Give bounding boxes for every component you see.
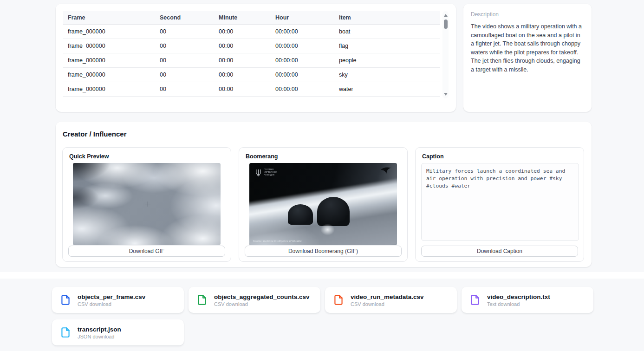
file-card-video-description[interactable]: video_description.txt Text download: [462, 287, 593, 313]
splash-highlight: [320, 224, 335, 235]
file-name: video_description.txt: [487, 293, 550, 300]
file-meta: video_description.txt Text download: [487, 293, 550, 307]
table-row-clipped: frame_000000 00 00:00 00:00:00 finger: [63, 97, 440, 99]
file-icon: [59, 326, 72, 338]
cell-minute: 00:00: [214, 97, 271, 99]
cell-hour: 00:00:00: [271, 82, 334, 97]
source-credit-text: Source: Defence Intelligence of Ukraine: [253, 240, 302, 242]
column-header-item: Item: [334, 11, 440, 25]
cell-second: 00: [155, 25, 214, 39]
file-name: transcript.json: [78, 326, 121, 333]
cell-minute: 00:00: [214, 25, 271, 39]
trident-icon: [255, 169, 261, 176]
cell-frame: frame_000000: [63, 39, 155, 53]
file-type: CSV download: [78, 301, 145, 307]
file-icon: [59, 294, 72, 306]
cell-second: 00: [155, 53, 214, 68]
file-name: objects_per_frame.csv: [78, 293, 145, 300]
scroll-down-button[interactable]: [442, 91, 449, 98]
objects-table: Frame Second Minute Hour Item frame_0000…: [63, 11, 440, 98]
cell-hour: 00:00:00: [271, 68, 334, 82]
cell-minute: 00:00: [214, 39, 271, 53]
cell-item: water: [334, 82, 440, 97]
cell-minute: 00:00: [214, 53, 271, 68]
file-type: CSV download: [351, 301, 424, 307]
arrow-up-icon: [444, 14, 448, 17]
quick-preview-image: [73, 163, 221, 245]
table-scroll-area: Frame Second Minute Hour Item frame_0000…: [63, 11, 449, 98]
cell-hour: 00:00:00: [271, 97, 334, 99]
description-card: Description The video shows a military o…: [463, 4, 592, 112]
quick-preview-card: Quick Preview Download GIF: [62, 147, 231, 262]
page: Frame Second Minute Hour Item frame_0000…: [0, 0, 644, 351]
column-header-hour: Hour: [271, 11, 334, 25]
download-boomerang-button[interactable]: Download Boomerang (GIF): [245, 246, 402, 257]
file-icon: [469, 294, 481, 306]
file-type: Text download: [487, 301, 550, 307]
file-type: CSV download: [214, 301, 310, 307]
caption-textarea[interactable]: [421, 163, 579, 241]
cell-item: boat: [334, 25, 440, 39]
table-row: frame_000000 00 00:00 00:00:00 sky: [63, 68, 440, 82]
file-card-objects-per-frame[interactable]: objects_per_frame.csv CSV download: [52, 287, 184, 313]
table-row: frame_000000 00 00:00 00:00:00 boat: [63, 25, 440, 39]
caption-title: Caption: [422, 153, 578, 160]
cell-second: 00: [155, 97, 214, 99]
description-label: Description: [471, 11, 584, 18]
cell-hour: 00:00:00: [271, 25, 334, 39]
table-viewport[interactable]: Frame Second Minute Hour Item frame_0000…: [63, 11, 440, 98]
file-icon: [332, 294, 345, 306]
arrow-down-icon: [444, 93, 448, 96]
file-name: objects_aggregated_counts.csv: [214, 293, 310, 300]
cell-frame: frame_000000: [63, 53, 155, 68]
cell-item: finger: [334, 97, 440, 99]
creator-section-title: Creator / Influencer: [63, 130, 585, 138]
section-divider: [0, 272, 644, 279]
creator-influencer-panel: Creator / Influencer Quick Preview Downl…: [56, 122, 592, 267]
vertical-scrollbar[interactable]: [442, 11, 449, 98]
file-name: video_run_metadata.csv: [351, 293, 424, 300]
dark-dome-shape: [288, 204, 313, 225]
file-type: JSON download: [78, 334, 121, 339]
cell-minute: 00:00: [214, 68, 271, 82]
download-caption-button[interactable]: Download Caption: [421, 246, 578, 257]
creator-cards-row: Quick Preview Download GIF Boomerang: [62, 147, 585, 262]
crosshair-icon: [145, 202, 150, 207]
cell-frame: frame_000000: [63, 97, 155, 99]
cell-item: sky: [334, 68, 440, 82]
cell-hour: 00:00:00: [271, 39, 334, 53]
cell-hour: 00:00:00: [271, 53, 334, 68]
dark-dome-shape: [317, 197, 350, 227]
file-meta: objects_per_frame.csv CSV download: [78, 293, 145, 307]
gur-logo-text: Головне управління розвідки: [264, 168, 282, 176]
cell-minute: 00:00: [214, 82, 271, 97]
cell-frame: frame_000000: [63, 82, 155, 97]
boomerang-card: Boomerang Головне управління розвідки: [239, 147, 408, 262]
caption-card: Caption Download Caption: [415, 147, 584, 262]
file-icon: [196, 294, 208, 306]
file-meta: objects_aggregated_counts.csv CSV downlo…: [214, 293, 310, 307]
table-row: frame_000000 00 00:00 00:00:00 water: [63, 82, 440, 97]
scrollbar-thumb[interactable]: [444, 20, 448, 29]
cell-frame: frame_000000: [63, 68, 155, 82]
cell-frame: frame_000000: [63, 25, 155, 39]
file-card-objects-aggregated-counts[interactable]: objects_aggregated_counts.csv CSV downlo…: [189, 287, 320, 313]
file-meta: video_run_metadata.csv CSV download: [351, 293, 424, 307]
gur-logo: Головне управління розвідки: [255, 168, 282, 176]
file-card-video-run-metadata[interactable]: video_run_metadata.csv CSV download: [325, 287, 457, 313]
file-meta: transcript.json JSON download: [78, 326, 121, 339]
scroll-up-button[interactable]: [442, 12, 449, 19]
bird-silhouette-icon: [380, 167, 391, 175]
file-card-transcript[interactable]: transcript.json JSON download: [52, 319, 184, 345]
column-header-minute: Minute: [214, 11, 271, 25]
download-gif-button[interactable]: Download GIF: [68, 246, 225, 257]
boomerang-title: Boomerang: [246, 153, 402, 160]
column-header-second: Second: [155, 11, 214, 25]
cell-item: people: [334, 53, 440, 68]
table-row: frame_000000 00 00:00 00:00:00 flag: [63, 39, 440, 53]
cell-second: 00: [155, 82, 214, 97]
boomerang-image: Головне управління розвідки Source: Defe…: [249, 163, 397, 245]
table-row: frame_000000 00 00:00 00:00:00 people: [63, 53, 440, 68]
cell-second: 00: [155, 68, 214, 82]
cell-second: 00: [155, 39, 214, 53]
